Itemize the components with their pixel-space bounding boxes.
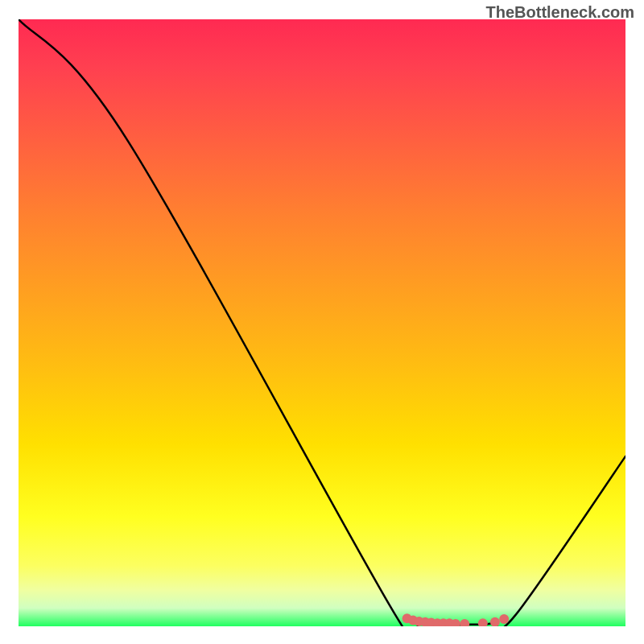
watermark-text: TheBottleneck.com: [486, 3, 634, 22]
chart-svg: [19, 19, 625, 626]
chart-container: [19, 19, 625, 626]
marker-point: [460, 619, 469, 626]
marker-point: [490, 617, 500, 626]
marker-cluster: [402, 613, 510, 626]
marker-point: [478, 618, 488, 626]
curve-line: [19, 19, 625, 626]
marker-point: [499, 614, 509, 624]
